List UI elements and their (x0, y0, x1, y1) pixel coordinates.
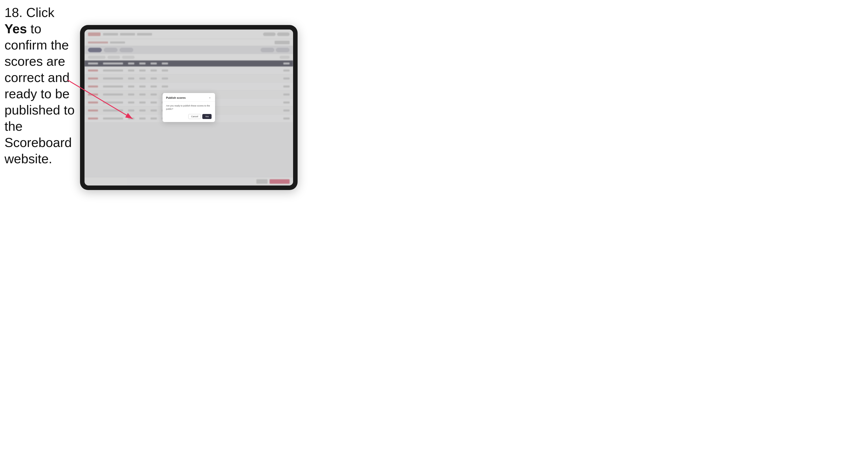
tablet-device: Publish scores × Are you ready to publis… (80, 25, 298, 190)
instruction-rest: to confirm the scores are correct and re… (4, 22, 74, 166)
modal-title: Publish scores (166, 96, 186, 99)
step-number: 18. (4, 5, 23, 20)
instruction-body: Click Yes to confirm the scores are corr… (4, 5, 74, 166)
instruction-text: 18. Click Yes to confirm the scores are … (4, 4, 77, 167)
modal-close-button[interactable]: × (208, 96, 212, 99)
tablet-screen: Publish scores × Are you ready to publis… (85, 30, 293, 186)
bold-yes: Yes (4, 22, 27, 36)
modal-header: Publish scores × (162, 93, 215, 102)
modal-message: Are you ready to publish these scores to… (166, 104, 212, 111)
modal-actions: Cancel Yes (166, 114, 212, 119)
yes-button[interactable]: Yes (202, 114, 212, 119)
modal-overlay: Publish scores × Are you ready to publis… (85, 30, 293, 186)
cancel-button[interactable]: Cancel (188, 114, 201, 119)
publish-scores-modal: Publish scores × Are you ready to publis… (162, 93, 215, 122)
modal-body: Are you ready to publish these scores to… (162, 102, 215, 122)
